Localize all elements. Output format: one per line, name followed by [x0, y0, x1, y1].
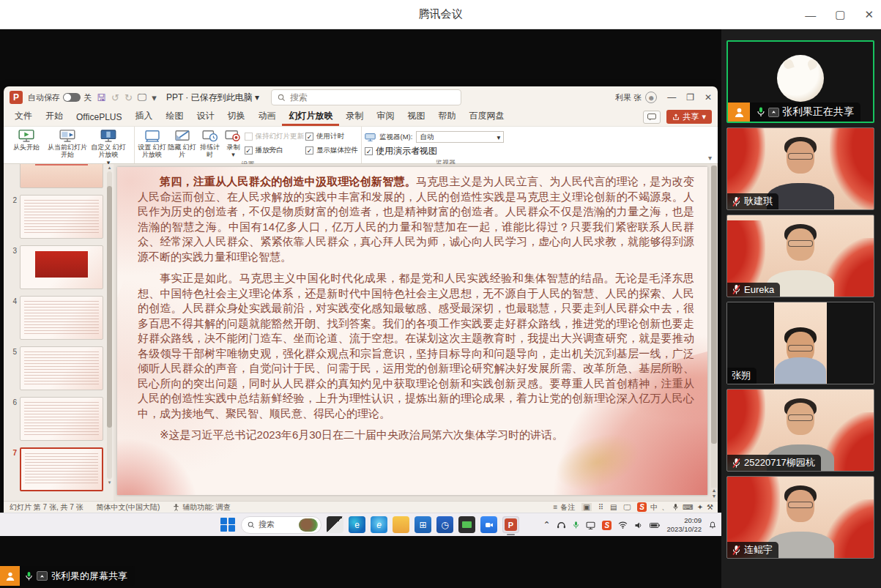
ime-keyboard-icon[interactable]: ⌨	[683, 503, 693, 511]
participant-tile[interactable]: 25220717柳园杭	[726, 389, 874, 472]
qat-dropdown-icon[interactable]: ▾	[152, 92, 157, 103]
document-title[interactable]: PPT · 已保存到此电脑 ▾	[166, 92, 259, 104]
thumbnail-slide-2[interactable]: 2	[8, 195, 103, 239]
tab-file[interactable]: 文件	[8, 108, 39, 126]
slideshow-icon[interactable]: 🖵	[138, 92, 147, 103]
hidden-icons-chevron[interactable]: ⌃	[543, 520, 550, 530]
screen-app-icon[interactable]	[458, 516, 475, 533]
taskbar-search[interactable]: 搜索	[241, 516, 321, 534]
from-current-slide-button[interactable]: 从当前幻灯片 开始	[48, 128, 87, 159]
participant-tile[interactable]: 耿建琪	[726, 127, 874, 210]
microsoft-store-icon[interactable]: ⊞	[415, 516, 431, 533]
ime-skin-icon[interactable]: ✦	[697, 503, 703, 511]
thumbnail-slide-7-selected[interactable]: 7	[8, 447, 103, 491]
tab-record[interactable]: 录制	[339, 108, 370, 126]
account-button[interactable]: 利果 张 ☻	[615, 92, 657, 103]
canvas-scrollbar[interactable]	[711, 165, 717, 488]
task-view-icon[interactable]	[327, 516, 343, 533]
notifications-icon[interactable]	[708, 521, 717, 529]
ime-toolbar[interactable]: S 中 、 ⌨ ✦ ⚒	[637, 502, 713, 513]
participant-tile[interactable]: 连鲲宇	[726, 476, 874, 559]
use-timings-checkbox[interactable]: ✓使用计时	[305, 132, 358, 141]
tab-baidu-netdisk[interactable]: 百度网盘	[462, 108, 510, 126]
from-beginning-button[interactable]: 从头开始	[7, 128, 46, 151]
thumbnail-slide-3[interactable]: 3	[8, 245, 103, 289]
tencent-meeting-app-icon[interactable]	[480, 516, 497, 533]
minimize-button[interactable]: —	[805, 9, 816, 21]
meeting-mic-tray-icon[interactable]	[573, 521, 579, 529]
rehearse-timings-button[interactable]: 排练计时	[198, 128, 222, 159]
panel-scrollbar[interactable]: ▴ ▾	[107, 171, 112, 479]
battery-icon[interactable]	[650, 522, 660, 529]
edge-browser-icon[interactable]: e	[349, 516, 365, 533]
setup-slideshow-button[interactable]: 设置 幻灯片放映	[138, 128, 166, 159]
presenter-view-checkbox[interactable]: ✓使用演示者视图	[365, 145, 437, 157]
language-status[interactable]: 简体中文(中国大陆)	[97, 502, 160, 513]
ime-mic-icon[interactable]	[672, 503, 679, 511]
participant-tile[interactable]: Eureka	[726, 215, 874, 297]
headset-tray-icon[interactable]	[557, 521, 566, 529]
taskbar-clock[interactable]: 20:09 2023/10/22	[666, 516, 702, 534]
tab-slideshow[interactable]: 幻灯片放映	[282, 108, 339, 126]
normal-view-button[interactable]: ▣	[581, 503, 591, 511]
play-narrations-checkbox[interactable]: ✓播放旁白	[245, 146, 305, 155]
reading-view-button[interactable]: ▤	[610, 503, 617, 511]
accessibility-status[interactable]: 辅助功能: 调查	[173, 502, 231, 513]
screen-share-icon	[37, 571, 48, 581]
ime-toolbox-icon[interactable]: ⚒	[707, 503, 713, 511]
start-button[interactable]	[220, 517, 236, 533]
clock-app-icon[interactable]: ◷	[436, 516, 453, 533]
participant-tile[interactable]: 张朔	[726, 302, 874, 384]
redo-icon[interactable]: ↻	[124, 92, 133, 103]
next-slide-icon[interactable]: ▾	[710, 494, 718, 499]
thumbnail-slide-5[interactable]: 5	[8, 346, 103, 390]
show-media-controls-checkbox[interactable]: ✓显示媒体控件	[305, 146, 358, 155]
monitor-select[interactable]: 自动▾	[416, 131, 504, 143]
screen-share-tray-icon[interactable]	[586, 521, 595, 529]
tab-help[interactable]: 帮助	[431, 108, 462, 126]
tab-insert[interactable]: 插入	[128, 108, 159, 126]
tab-draw[interactable]: 绘图	[159, 108, 190, 126]
close-button[interactable]: ✕	[864, 8, 874, 21]
slideshow-view-button[interactable]: 🖵	[624, 503, 631, 512]
tab-design[interactable]: 设计	[190, 108, 220, 126]
thumbnail-slide-6[interactable]: 6	[8, 397, 103, 441]
ppt-close-button[interactable]: ✕	[705, 92, 712, 103]
thumbnail-slide-1[interactable]: 1	[8, 164, 103, 188]
tab-review[interactable]: 审阅	[370, 108, 401, 126]
thumbnail-slide-4[interactable]: 4	[8, 296, 103, 340]
comments-button[interactable]	[643, 111, 661, 124]
collapse-ribbon-icon[interactable]: ▾	[708, 154, 712, 162]
ime-punctuation-icon[interactable]: 、	[661, 502, 669, 513]
maximize-button[interactable]: ▢	[835, 8, 845, 21]
tab-officeplus[interactable]: OfficePLUS	[70, 110, 128, 126]
tab-transitions[interactable]: 切换	[220, 108, 251, 126]
tab-view[interactable]: 视图	[401, 108, 431, 126]
file-explorer-icon[interactable]	[393, 516, 409, 533]
sogou-tray-icon[interactable]: S	[602, 521, 612, 530]
ime-language-mode[interactable]: 中	[650, 502, 658, 513]
participant-tile-sharing[interactable]: 张利果正在共享	[726, 40, 874, 123]
slide-sorter-view-button[interactable]: ⠿	[598, 503, 603, 511]
volume-icon[interactable]	[634, 521, 643, 529]
save-icon[interactable]: 🖫	[97, 92, 106, 103]
custom-slideshow-button[interactable]: 自定义 幻灯片放映 ▾	[89, 128, 128, 166]
notes-button[interactable]: ≡ 备注	[553, 502, 575, 513]
current-slide[interactable]: 第四，注重从人民群众的创造中汲取理论创新智慧。马克思主义是为人民立言、为人民代言…	[117, 167, 707, 495]
ie-browser-icon[interactable]: e	[371, 516, 387, 533]
record-button[interactable]: 录制 ▾	[223, 128, 242, 159]
tab-home[interactable]: 开始	[39, 108, 70, 126]
slide-nav-arrows[interactable]: ▴ ▾	[710, 488, 718, 499]
screen-share-badge[interactable]: 张利果的屏幕共享	[0, 566, 135, 586]
ppt-restore-button[interactable]: ❐	[686, 92, 694, 103]
wifi-icon[interactable]	[618, 521, 628, 529]
ppt-minimize-button[interactable]: —	[667, 92, 676, 103]
powerpoint-taskbar-icon[interactable]: P	[502, 516, 519, 533]
sogou-ime-icon[interactable]: S	[637, 502, 647, 512]
undo-icon[interactable]: ↺	[111, 92, 119, 103]
hide-slide-button[interactable]: 隐藏 幻灯片	[168, 128, 196, 159]
autosave-toggle[interactable]: 自动保存 关	[28, 92, 92, 103]
share-button[interactable]: 共享 ▾	[666, 110, 712, 124]
ppt-search-box[interactable]: 搜索	[271, 89, 461, 105]
tab-animations[interactable]: 动画	[251, 108, 282, 126]
